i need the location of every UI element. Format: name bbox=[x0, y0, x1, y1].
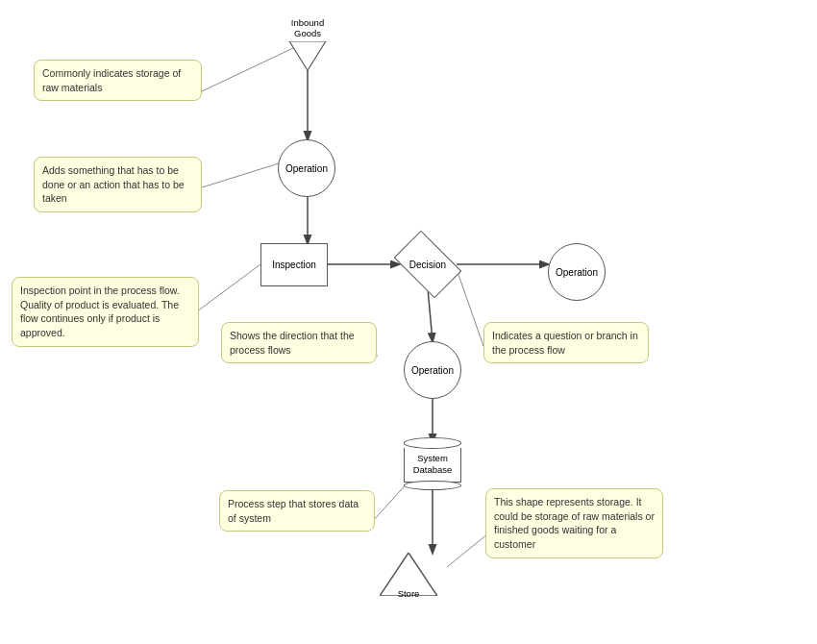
tooltip-direction-text: Shows the direction that the process flo… bbox=[230, 330, 355, 356]
tooltip-action-text: Adds something that has to be done or an… bbox=[42, 164, 185, 204]
inspection-shape: Inspection bbox=[260, 243, 328, 286]
svg-marker-15 bbox=[289, 41, 326, 70]
inbound-goods-label: Inbound Goods bbox=[291, 17, 324, 39]
system-database-shape: System Database bbox=[399, 437, 466, 490]
tooltip-inspection: Inspection point in the process flow. Qu… bbox=[12, 277, 199, 347]
operation3-shape: Operation bbox=[404, 341, 461, 399]
svg-line-14 bbox=[447, 533, 488, 567]
tooltip-branch-text: Indicates a question or branch in the pr… bbox=[492, 330, 638, 356]
svg-line-9 bbox=[189, 264, 260, 317]
operation3-label: Operation bbox=[411, 365, 454, 376]
svg-line-8 bbox=[202, 163, 279, 187]
inspection-label: Inspection bbox=[272, 260, 316, 270]
tooltip-data-store-text: Process step that stores data of system bbox=[228, 498, 359, 524]
system-database-label: System Database bbox=[413, 453, 453, 477]
tooltip-data-store: Process step that stores data of system bbox=[219, 490, 375, 532]
operation1-shape: Operation bbox=[278, 139, 335, 197]
tooltip-storage2-text: This shape represents storage. It could … bbox=[494, 496, 655, 550]
diagram-canvas: Inbound Goods Operation Inspection Decis… bbox=[0, 0, 817, 644]
tooltip-storage: Commonly indicates storage of raw materi… bbox=[34, 60, 202, 101]
inbound-goods-shape: Inbound Goods bbox=[279, 17, 336, 70]
tooltip-inspection-text: Inspection point in the process flow. Qu… bbox=[20, 285, 180, 338]
tooltip-direction: Shows the direction that the process flo… bbox=[221, 322, 377, 363]
operation2-label: Operation bbox=[556, 267, 598, 278]
tooltip-storage2: This shape represents storage. It could … bbox=[485, 488, 663, 558]
decision-diamond bbox=[394, 231, 462, 299]
operation2-shape: Operation bbox=[548, 243, 606, 301]
operation1-label: Operation bbox=[285, 163, 328, 174]
decision-shape: Decision bbox=[394, 240, 461, 288]
tooltip-storage-text: Commonly indicates storage of raw materi… bbox=[42, 67, 181, 93]
tooltip-branch: Indicates a question or branch in the pr… bbox=[483, 322, 649, 363]
store-shape: Store bbox=[380, 553, 437, 601]
tooltip-action: Adds something that has to be done or an… bbox=[34, 157, 202, 212]
store-label: Store bbox=[398, 588, 420, 599]
